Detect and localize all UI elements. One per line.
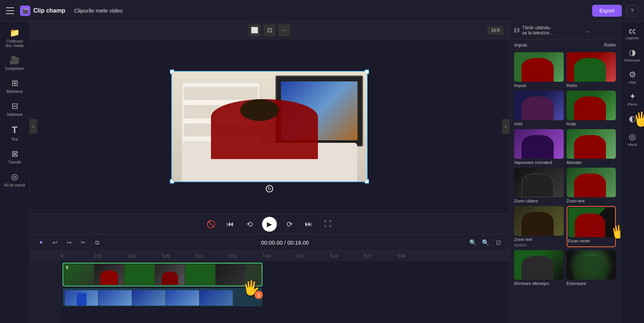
sidebar-label-text: Text [11, 137, 18, 142]
icon-bar-item-estompare[interactable]: ◑ Estompare [622, 45, 643, 65]
rotire-header: Rotire [604, 43, 616, 48]
transitions-icon: ⊠ [11, 149, 18, 159]
estompare-icon: ◑ [629, 48, 636, 57]
more-tool-button[interactable]: ··· [278, 24, 290, 36]
effect-thumb-eliminare [514, 250, 564, 280]
effect-label-eliminare: Eliminare alb/negru [514, 281, 564, 286]
ruler-mark-6: 0:06 [128, 254, 162, 258]
magic-tool-button[interactable]: ✦ [36, 238, 46, 248]
effect-estompare[interactable]: Estompare [567, 250, 616, 286]
layout-tool-button[interactable]: ⊡ [264, 24, 275, 36]
sidebar-item-transitions[interactable]: ⊠ Tranziții [2, 146, 28, 168]
effect-vaporwave[interactable]: Vaporware cromatică [514, 129, 564, 165]
fit-button[interactable]: ⊡ [493, 238, 503, 248]
redo-button[interactable]: ↪ [64, 238, 74, 248]
copy-button[interactable]: ⧉ [92, 238, 102, 248]
effect-thumb-zoom-lent-random [514, 206, 564, 236]
icon-bar-label-efecte: Efecte [628, 102, 637, 107]
efecte-icon: ✦ [629, 92, 636, 101]
sidebar-item-record[interactable]: 🎥 Înregistrare [2, 53, 28, 74]
effect-eliminare[interactable]: Eliminare alb/negru [514, 250, 564, 286]
timeline-toolbar: ✦ ↩ ↪ ✂ ⧉ 00:00.00 / 00:16.00 🔍 🔍 ⊡ [30, 235, 509, 251]
hamburger-menu[interactable] [6, 7, 14, 14]
effect-label-rotit: Rotiți [567, 122, 616, 126]
icon-bar-item-cc[interactable]: CC Legende [622, 25, 643, 43]
project-title[interactable]: Clipurile mele video [74, 7, 123, 14]
collapse-right-button[interactable]: › [502, 119, 509, 134]
frame-3 [125, 264, 154, 285]
effect-vhs[interactable]: VHS [514, 91, 564, 126]
icon-bar-label-filtre: Filtre [629, 81, 636, 85]
media-icon: 📁 [10, 28, 20, 38]
zoom-out-button[interactable]: 🔍 [468, 238, 478, 248]
cursor-hand-2: 🖐️ [633, 111, 644, 127]
collapse-left-button[interactable]: ‹ [30, 119, 37, 134]
undo-button[interactable]: ↩ [50, 238, 60, 248]
sidebar-item-templates[interactable]: ⊟ Șabloane [2, 98, 28, 120]
track-frames [63, 263, 246, 286]
aud-frame-1 [65, 290, 98, 306]
ruler-mark-24: 0:24 [331, 254, 364, 258]
sidebar-item-media[interactable]: 📁 Conținutul dvs. media [2, 25, 28, 51]
tracks-content: ⏸ [61, 261, 509, 323]
topbar-right: Export ? [592, 5, 638, 17]
crop-tool-button[interactable]: ⬜ [249, 24, 261, 36]
effect-thumb-zoom-lent [567, 168, 616, 197]
cut-button[interactable]: ✂ [78, 238, 88, 248]
expand-panel-button[interactable]: ⌄ [559, 26, 616, 34]
video-preview-area: ⬜ ⊡ ··· 16:9 ‹ ↻ [30, 21, 509, 234]
help-button[interactable]: ? [626, 5, 638, 17]
preview-canvas[interactable]: ↻ [171, 71, 368, 182]
right-panel-header: 🎞 Tânăr uitându-se la televizor... ⌄ [510, 21, 620, 40]
sidebar-item-brand[interactable]: ◎ Kit de marcă [2, 169, 28, 191]
effect-label-impuls: Impuls [514, 83, 564, 88]
clip-name: Tânăr uitându-se la televizor... [522, 25, 556, 36]
effect-impuls[interactable]: Impuls [514, 52, 564, 88]
person-shape-vaporwave [521, 135, 554, 159]
effect-rotit[interactable]: Rotiți [567, 91, 616, 126]
record-icon: 🎥 [10, 55, 20, 65]
aud-frame-5 [199, 290, 233, 306]
person-shape-zoom-lent [574, 174, 606, 197]
aud-frame-4 [166, 290, 199, 306]
person-shape-estompare [574, 256, 606, 280]
playback-controls: 🚫 ⏮ ⟲ ▶ ⟳ ⏭ ⛶ [30, 213, 509, 234]
frame-4 [155, 264, 185, 285]
cursor-hand-3: 🖐️ [611, 225, 620, 239]
effect-ecran-verde[interactable]: Ecran verde 🖐️ 3 [567, 206, 616, 247]
rotate-handle[interactable]: ↻ [266, 185, 273, 192]
play-button[interactable]: ▶ [262, 217, 277, 232]
timeline-area: ✦ ↩ ↪ ✂ ⧉ 00:00.00 / 00:16.00 🔍 🔍 ⊡ 0 0 [30, 234, 509, 323]
effect-label-vaporwave: Vaporware cromatică [514, 160, 564, 165]
left-sidebar: 📁 Conținutul dvs. media 🎥 Înregistrare ⊞… [0, 21, 30, 323]
video-track[interactable]: ⏸ [63, 263, 262, 286]
icon-bar-label-estompare: Estompare [624, 58, 641, 63]
icon-bar-item-efecte[interactable]: ✦ Efecte [622, 89, 643, 110]
ruler-mark-15: 0:15 [229, 254, 263, 258]
sidebar-item-library[interactable]: ⊞ Bibliotecă [2, 75, 28, 97]
cursor-1-container: 🖐️ 1 [242, 280, 260, 296]
effect-zoom-lent[interactable]: Zoom lent [567, 168, 616, 203]
main-area: 📁 Conținutul dvs. media 🎥 Înregistrare ⊞… [0, 21, 644, 323]
skip-back-button[interactable]: ⏮ [224, 218, 237, 231]
effect-zoom-cadere[interactable]: Zoom cădere [514, 168, 564, 203]
ruler-mark-18: 0:18 [263, 254, 297, 258]
icon-bar-item-viteza[interactable]: ◎ Viteză [622, 129, 643, 150]
skip-forward-button[interactable]: ⏭ [302, 218, 315, 231]
effect-rotire[interactable]: Rotire [567, 52, 616, 88]
audio-frames [64, 289, 261, 305]
zoom-in-button[interactable]: 🔍 [480, 238, 491, 248]
effect-zoom-lent-random[interactable]: Zoom lent random [514, 206, 564, 247]
forward-5s-button[interactable]: ⟳ [283, 218, 296, 231]
icon-bar-item-filtre[interactable]: ⚙ Filtre [622, 67, 643, 88]
sidebar-label-library: Bibliotecă [7, 90, 23, 94]
export-button[interactable]: Export [592, 5, 622, 17]
mute-button[interactable]: 🚫 [204, 218, 218, 231]
audio-track[interactable] [63, 288, 262, 306]
effect-label-aberatie: Aberație [567, 160, 616, 165]
frame-5 [185, 264, 215, 285]
fullscreen-button[interactable]: ⛶ [321, 218, 335, 231]
effect-aberatie[interactable]: Aberație [567, 129, 616, 165]
sidebar-item-text[interactable]: T Text [2, 121, 28, 145]
back-5s-button[interactable]: ⟲ [243, 218, 256, 231]
